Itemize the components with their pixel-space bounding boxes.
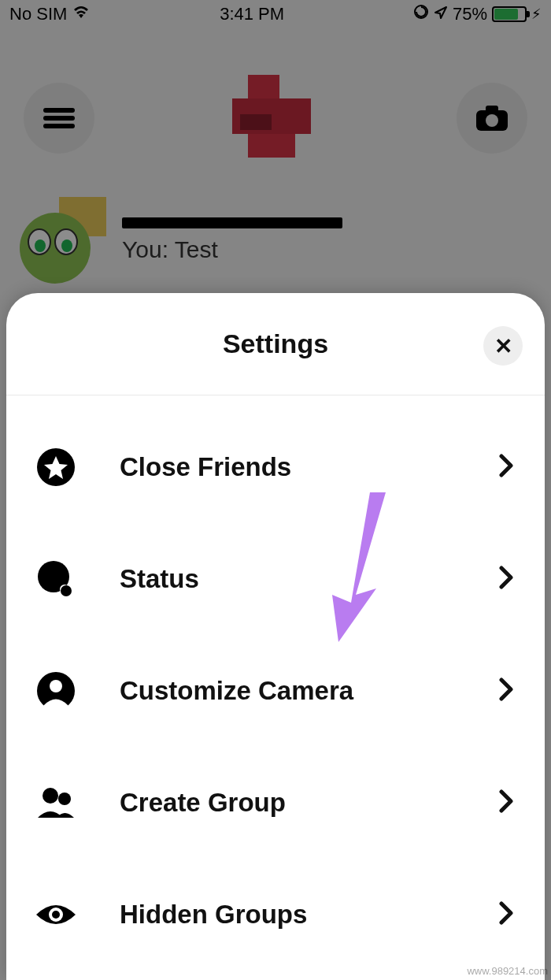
star-icon xyxy=(35,446,77,488)
status-icon xyxy=(35,558,77,600)
item-label: Customize Camera xyxy=(77,676,499,706)
item-label: Hidden Groups xyxy=(77,900,499,930)
svg-point-16 xyxy=(52,911,60,919)
svg-point-10 xyxy=(61,585,72,596)
svg-point-14 xyxy=(58,793,71,805)
sheet-title: Settings xyxy=(223,329,328,359)
chevron-right-icon xyxy=(499,566,513,592)
watermark: www.989214.com xyxy=(467,965,548,977)
settings-item-close-friends[interactable]: Close Friends xyxy=(6,411,545,523)
item-label: Close Friends xyxy=(77,452,499,482)
settings-item-create-group[interactable]: Create Group xyxy=(6,747,545,859)
chevron-right-icon xyxy=(499,789,513,816)
eye-icon xyxy=(35,893,77,936)
settings-item-customize-camera[interactable]: Customize Camera xyxy=(6,635,545,747)
item-label: Status xyxy=(77,564,499,594)
group-icon xyxy=(35,781,77,824)
sheet-header: Settings ✕ xyxy=(6,293,545,395)
chevron-right-icon xyxy=(499,901,513,928)
settings-list: Close Friends Status Customize Camera xyxy=(6,395,545,980)
chevron-right-icon xyxy=(499,454,513,481)
svg-point-12 xyxy=(50,680,62,692)
person-icon xyxy=(35,670,77,712)
settings-item-status[interactable]: Status xyxy=(6,523,545,635)
item-label: Create Group xyxy=(77,788,499,818)
settings-sheet: Settings ✕ Close Friends Status xyxy=(6,293,545,980)
settings-item-hidden-groups[interactable]: Hidden Groups xyxy=(6,859,545,971)
close-button[interactable]: ✕ xyxy=(483,326,523,366)
chevron-right-icon xyxy=(499,677,513,704)
svg-point-13 xyxy=(43,788,58,804)
close-icon: ✕ xyxy=(494,333,512,359)
